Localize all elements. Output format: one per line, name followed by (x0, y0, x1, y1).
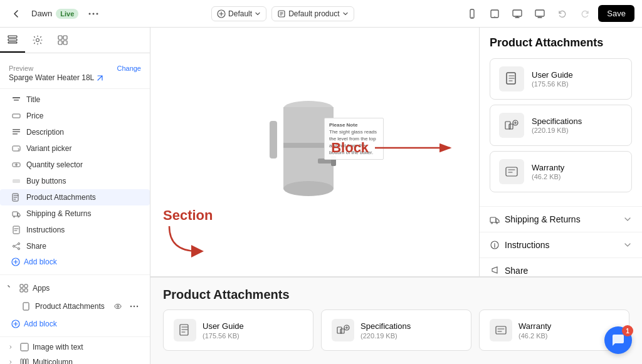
change-link[interactable]: Change (117, 65, 141, 72)
svg-rect-63 (509, 124, 513, 129)
svg-rect-24 (13, 133, 18, 135)
chat-bubble[interactable]: 1 (604, 326, 632, 354)
sub-item-actions (111, 299, 141, 313)
svg-rect-11 (8, 36, 17, 38)
undo-button[interactable] (553, 4, 572, 23)
sidebar: Preview Change Sparge Water Heater 18L T… (0, 28, 150, 364)
svg-rect-65 (506, 167, 517, 176)
sidebar-nav-sections[interactable] (0, 28, 25, 53)
svg-rect-15 (58, 36, 62, 39)
redo-button[interactable] (576, 4, 594, 23)
block-annotation: Block (331, 140, 456, 156)
share-preview-button[interactable] (530, 4, 549, 23)
svg-rect-41 (23, 303, 29, 310)
apps-sub-item-attachments[interactable]: Product Attachments (0, 296, 150, 316)
divider2 (0, 336, 150, 337)
back-button[interactable] (8, 5, 25, 23)
block-item-shipping[interactable]: Shipping & Returns (0, 205, 150, 222)
svg-rect-70 (337, 327, 342, 333)
buy-icon (11, 176, 21, 186)
attachment-card-2[interactable]: Warranty (46.2 KB) (490, 151, 632, 192)
svg-rect-40 (24, 289, 28, 292)
svg-rect-20 (14, 100, 19, 101)
sidebar-nav-settings[interactable] (25, 28, 50, 53)
block-list: Title Price Description Variant picker Q… (0, 89, 150, 272)
svg-rect-38 (24, 284, 28, 288)
sidebar-nav-apps[interactable] (50, 28, 75, 53)
apps-add-block-button[interactable]: Add block (0, 316, 150, 331)
svg-rect-50 (24, 359, 26, 364)
svg-point-67 (491, 222, 492, 224)
svg-point-44 (130, 306, 132, 307)
svg-rect-22 (13, 129, 20, 130)
attachment-icon-1 (499, 113, 524, 138)
product-select[interactable]: Default product (271, 6, 354, 21)
main-area: Preview Change Sparge Water Heater 18L T… (0, 28, 642, 364)
bottom-card-info-1: Specifications (220.19 KB) (360, 321, 411, 340)
price-icon (11, 111, 21, 121)
block-item-attachments[interactable]: Product Attachments (0, 189, 150, 205)
apps-group-icon (19, 283, 29, 293)
block-item-title[interactable]: Title (0, 91, 150, 108)
block-item-instructions[interactable]: Instructions (0, 222, 150, 238)
sidebar-nav (0, 28, 150, 53)
variant-icon (11, 143, 21, 153)
block-item-buy[interactable]: Buy buttons (0, 173, 150, 189)
svg-rect-73 (496, 326, 506, 334)
svg-point-42 (115, 304, 121, 309)
theme-select[interactable]: Default (211, 6, 266, 21)
canvas: Please Note The sight glass reads the le… (150, 28, 642, 364)
svg-rect-39 (20, 289, 23, 292)
block-item-description[interactable]: Description (0, 124, 150, 140)
svg-rect-12 (8, 39, 17, 41)
block-item-price[interactable]: Price (0, 108, 150, 124)
desktop-preview-button[interactable] (508, 4, 527, 23)
bottom-card-info-2: Warranty (46.2 KB) (518, 321, 551, 340)
sidebar-item-multicolumn[interactable]: Multicolumn (0, 355, 150, 364)
svg-point-2 (97, 13, 98, 14)
svg-point-35 (18, 248, 20, 250)
attachment-info-2: Warranty (46.2 KB) (532, 163, 623, 180)
svg-rect-49 (21, 359, 23, 364)
sidebar-content: Preview Change Sparge Water Heater 18L T… (0, 53, 150, 364)
tablet-preview-button[interactable] (485, 4, 504, 23)
bottom-card-info-0: User Guide (175.56 KB) (203, 321, 244, 340)
block-item-quantity[interactable]: Quantity selector (0, 157, 150, 173)
save-button[interactable]: Save (598, 5, 634, 22)
attachment-icon-0 (499, 66, 524, 91)
attachment-card-1[interactable]: Specifications (220.19 KB) (490, 105, 632, 146)
more-options-button[interactable] (127, 299, 141, 313)
sidebar-item-image-with-text[interactable]: Image with text (0, 340, 150, 355)
block-item-variant[interactable]: Variant picker (0, 140, 150, 157)
apps-group-header[interactable]: Apps (0, 280, 150, 296)
bottom-card-icon-0 (174, 319, 196, 341)
svg-point-68 (496, 222, 497, 224)
description-icon (11, 127, 21, 137)
svg-rect-51 (26, 359, 28, 364)
svg-rect-21 (13, 114, 20, 118)
chat-badge: 1 (622, 325, 633, 336)
add-block-button[interactable]: Add block (0, 254, 150, 269)
rp-instructions-accordion[interactable]: Instructions (480, 232, 642, 257)
bottom-card-icon-2 (490, 319, 512, 341)
more-button[interactable] (85, 5, 102, 23)
topbar-right: Save (463, 4, 634, 23)
visibility-button[interactable] (111, 299, 125, 313)
block-item-share[interactable]: Share (0, 238, 150, 254)
preview-product[interactable]: Sparge Water Heater 18L (9, 73, 141, 82)
attachment-icon-2 (499, 159, 524, 184)
svg-rect-48 (21, 343, 28, 351)
svg-point-34 (13, 246, 15, 247)
attachment-info-0: User Guide (175.56 KB) (532, 70, 623, 88)
mobile-preview-button[interactable] (463, 4, 482, 23)
svg-point-1 (93, 13, 95, 14)
svg-rect-16 (63, 36, 67, 39)
rp-shipping-accordion[interactable]: Shipping & Returns (480, 207, 642, 232)
svg-rect-29 (13, 212, 18, 216)
attachment-card-0[interactable]: User Guide (175.56 KB) (490, 58, 632, 100)
rp-product-attachments: Product Attachments User Guide (175.56 K… (480, 28, 642, 206)
shipping-icon (11, 209, 21, 219)
bottom-card-1[interactable]: Specifications (220.19 KB) (321, 309, 471, 351)
bottom-card-0[interactable]: User Guide (175.56 KB) (163, 309, 313, 351)
rp-share-accordion[interactable]: Share (480, 258, 642, 276)
